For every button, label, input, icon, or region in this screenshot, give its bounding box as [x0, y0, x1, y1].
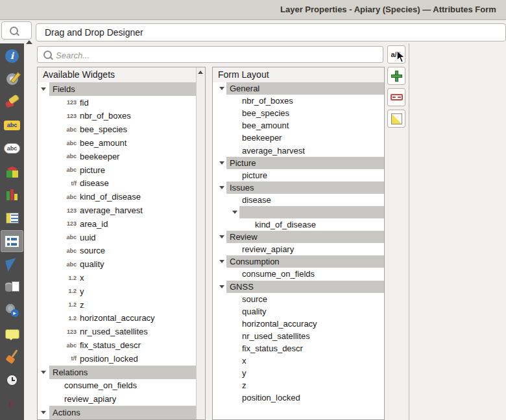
panel-divider	[409, 43, 409, 420]
properties-filter-box[interactable]	[1, 21, 32, 40]
group-header-bar: Actions	[49, 406, 196, 419]
tree-item-kind_of_disease[interactable]: abckind_of_disease	[38, 190, 196, 204]
tree-item-horizontal_accuracy[interactable]: 1.2horizontal_accuracy	[38, 312, 196, 325]
tree-item-uuid[interactable]: abcuuid	[38, 231, 196, 244]
group-row-Relations[interactable]: Relations	[38, 366, 196, 379]
tree-item-position_locked[interactable]: position_locked	[213, 391, 384, 404]
sidebar-item-variables[interactable]: ε	[1, 392, 23, 414]
plus-icon	[391, 71, 402, 82]
tree-item-nr_used_satellites[interactable]: 123nr_used_satellites	[38, 325, 196, 338]
tree-item-bee_amount[interactable]: abcbee_amount	[38, 136, 196, 150]
tree-item-picture[interactable]: abcpicture	[38, 163, 196, 177]
tree-item-bee_species[interactable]: abcbee_species	[38, 122, 196, 136]
group-row-Fields[interactable]: Fields	[38, 82, 196, 96]
group-row-Consumption[interactable]: Consumption	[213, 255, 384, 268]
tree-item-bee_amount[interactable]: bee_amount	[213, 119, 384, 132]
tree-item-nr_used_satellites[interactable]: nr_used_satellites	[213, 330, 384, 342]
sidebar-item-auxiliary-storage[interactable]	[1, 276, 23, 298]
tree-item-source[interactable]: abcsource	[38, 244, 196, 258]
chevron-down-icon[interactable]	[41, 88, 46, 91]
chevron-down-icon[interactable]	[219, 285, 224, 288]
chevron-down-icon[interactable]	[219, 161, 224, 165]
sidebar-item-labels[interactable]: abc	[1, 114, 23, 136]
tree-item-horizontal_accuracy[interactable]: horizontal_accuracy	[213, 318, 384, 330]
sidebar-item-information[interactable]: i	[1, 45, 23, 67]
tree-item-beekeeper[interactable]: beekeeper	[213, 132, 384, 144]
tree-item-y[interactable]: y	[213, 367, 384, 379]
tree-item-disease[interactable]: t/fdisease	[38, 177, 196, 191]
available-widgets-scrollbar[interactable]	[196, 67, 205, 419]
change-style-button[interactable]	[387, 110, 405, 128]
tree-item-label: bee_amount	[80, 136, 126, 150]
tree-item-disease[interactable]: disease	[213, 194, 384, 206]
sidebar-scroll-up-button[interactable]	[26, 40, 32, 44]
tree-item-average_harvest[interactable]: average_harvest	[213, 144, 384, 156]
tree-item-label: y	[242, 367, 247, 379]
tree-item-z[interactable]: 1.2z	[38, 298, 196, 312]
add-container-button[interactable]	[387, 67, 405, 85]
sidebar-item-fields[interactable]	[1, 207, 23, 229]
sidebar-item-temporal[interactable]	[1, 369, 23, 391]
sidebar-item-symbology[interactable]	[1, 91, 23, 113]
tree-item-x[interactable]: 1.2x	[38, 271, 196, 285]
tree-item-picture[interactable]: picture	[213, 169, 384, 181]
group-row-General[interactable]: General	[213, 82, 384, 95]
sidebar-item-diagrams[interactable]	[1, 183, 23, 205]
group-row-Actions[interactable]: Actions	[38, 406, 196, 419]
group-row-GNSS[interactable]: GNSS	[213, 281, 384, 293]
tree-item-consume_on_fields[interactable]: consume_on_fields	[38, 379, 196, 393]
tree-item-source[interactable]: source	[213, 293, 384, 305]
tree-item-label: horizontal_accuracy	[242, 318, 317, 330]
tree-item-nbr_of_boxes[interactable]: 123nbr_of_boxes	[38, 110, 196, 123]
tree-item-quality[interactable]: abcquality	[38, 257, 196, 271]
group-label: Review	[230, 232, 258, 242]
form-designer-select[interactable]: Drag and Drop Designer	[36, 23, 506, 41]
tree-item-x[interactable]: x	[213, 355, 384, 367]
chevron-down-icon[interactable]	[219, 235, 224, 239]
tree-item-position_locked[interactable]: t/fposition_locked	[38, 352, 196, 366]
tree-item-y[interactable]: 1.2y	[38, 285, 196, 298]
widget-search-field[interactable]	[37, 46, 383, 63]
chevron-down-icon[interactable]	[219, 186, 224, 189]
group-row-Picture[interactable]: Picture	[213, 157, 384, 169]
chevron-down-icon[interactable]	[232, 211, 237, 214]
tree-item-quality[interactable]: quality	[213, 305, 384, 318]
tree-item-review_apiary[interactable]: review_apiary	[213, 243, 384, 255]
sidebar-item-source[interactable]	[1, 68, 23, 90]
tree-item-kind_of_disease[interactable]: kind_of_disease	[213, 218, 384, 231]
widget-search-input[interactable]	[54, 47, 381, 63]
scroll-up-icon[interactable]	[198, 71, 203, 74]
chevron-down-icon[interactable]	[219, 87, 224, 90]
tree-item-label: nbr_of_boxes	[242, 95, 293, 107]
sidebar-item-attributes-form[interactable]	[1, 230, 23, 252]
tree-item-area_id[interactable]: 123area_id	[38, 217, 196, 231]
tree-item-bee_species[interactable]: bee_species	[213, 107, 384, 119]
tree-item-consume_on_fields[interactable]: consume_on_fields	[213, 268, 384, 280]
available-widgets-tree: Fields123fid123nbr_of_boxesabcbee_specie…	[38, 82, 196, 419]
chevron-down-icon[interactable]	[41, 411, 46, 414]
tree-item-beekeeper[interactable]: abcbeekeeper	[38, 150, 196, 163]
chevron-down-icon[interactable]	[41, 371, 46, 374]
tree-item-fix_status_descr[interactable]: abcfix_status_descr	[38, 338, 196, 352]
tree-item-fix_status_descr[interactable]: fix_status_descr	[213, 342, 384, 355]
group-header-bar: Review	[226, 231, 384, 243]
fields-table-icon	[6, 213, 19, 224]
tree-item-label: nr_used_satellites	[242, 330, 310, 342]
group-row-unnamed[interactable]	[213, 206, 384, 218]
remove-container-button[interactable]	[387, 88, 405, 106]
sidebar-item-3d-view[interactable]	[1, 161, 23, 183]
sidebar-item-masks[interactable]: abc	[1, 137, 23, 159]
tree-item-z[interactable]: z	[213, 379, 384, 391]
group-row-Review[interactable]: Review	[213, 231, 384, 243]
tree-item-nbr_of_boxes[interactable]: nbr_of_boxes	[213, 95, 384, 107]
sidebar-item-rendering[interactable]	[1, 345, 23, 368]
field-type-icon: 123	[61, 110, 77, 123]
group-row-Issues[interactable]: Issues	[213, 181, 384, 194]
sidebar-item-joins[interactable]	[1, 253, 23, 275]
sidebar-item-display[interactable]	[1, 323, 23, 345]
tree-item-fid[interactable]: 123fid	[38, 96, 196, 110]
tree-item-average_harvest[interactable]: 123average_harvest	[38, 204, 196, 217]
tree-item-review_apiary[interactable]: review_apiary	[38, 392, 196, 406]
chevron-down-icon[interactable]	[219, 260, 224, 263]
sidebar-item-actions[interactable]	[1, 299, 23, 321]
